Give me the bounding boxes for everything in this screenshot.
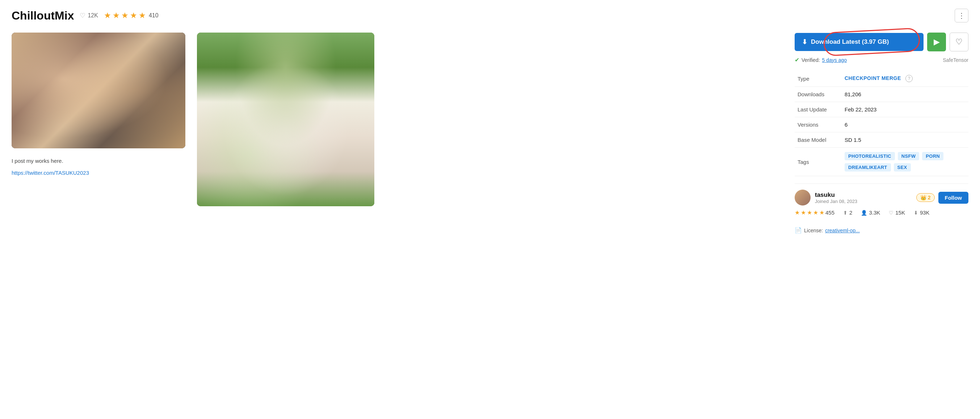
left-panel: I post my works here. https://twitter.co… [11,33,185,176]
tags-row: Tags PHOTOREALISTICNSFWPORNDREAMLIKEARTS… [795,148,969,176]
center-panel [197,33,783,206]
last-update-row: Last Update Feb 22, 2023 [795,102,969,117]
verified-time[interactable]: 5 days ago [822,57,847,63]
followers-icon: 👤 [861,210,867,216]
description-text: I post my works here. [11,157,185,165]
author-star-5: ★ [819,209,824,216]
help-icon[interactable]: ? [905,75,913,82]
base-model-row: Base Model SD 1.5 [795,132,969,148]
star-4: ★ [130,11,137,20]
crown-badge: 👑 2 [916,193,935,202]
wishlist-button[interactable]: ♡ [950,33,969,51]
author-joined: Joined Jan 08, 2023 [815,198,857,204]
author-row: tasuku Joined Jan 08, 2023 👑 2 Follow [795,190,969,206]
tags-cell: PHOTOREALISTICNSFWPORNDREAMLIKEARTSEX [842,148,969,176]
tags-container: PHOTOREALISTICNSFWPORNDREAMLIKEARTSEX [845,152,966,171]
rating-count: 410 [149,12,159,19]
last-update-label: Last Update [795,102,842,117]
avatar-image [795,190,811,206]
downloads-value: 81,206 [842,87,969,102]
tag-badge[interactable]: PORN [922,152,943,160]
right-panel: ⬇ Download Latest (3.97 GB) ▶ ♡ ✔ Verifi… [795,33,969,234]
run-button[interactable]: ▶ [927,33,946,51]
author-star-3: ★ [807,209,812,216]
author-downloads: ⬇ 93K [914,210,930,216]
dl-stat-icon: ⬇ [914,210,918,216]
downloads-row: Downloads 81,206 [795,87,969,102]
star-1: ★ [104,11,111,20]
star-5: ★ [138,11,146,20]
author-rating: ★ ★ ★ ★ ★ 455 [795,209,834,216]
follow-button[interactable]: Follow [939,192,969,204]
author-stats: ★ ★ ★ ★ ★ 455 ⬆ 2 👤 3.3K ♡ 15K [795,209,969,216]
bride-image [197,33,374,206]
heart-icon[interactable]: ♡ [80,11,86,19]
author-likes: ♡ 15K [889,210,905,216]
tag-badge[interactable]: SEX [894,163,911,171]
tag-badge[interactable]: DREAMLIKEART [845,163,891,171]
info-table: Type CHECKPOINT MERGE ? Downloads 81,206… [795,71,969,176]
versions-value: 6 [842,117,969,132]
like-count: 12K [88,12,98,19]
tag-badge[interactable]: PHOTOREALISTIC [845,152,895,160]
verified-left: ✔ Verified: 5 days ago [795,56,847,63]
dl-count: 93K [920,210,930,216]
author-star-4: ★ [813,209,818,216]
last-update-value: Feb 22, 2023 [842,102,969,117]
author-right: 👑 2 Follow [916,192,969,204]
author-info: tasuku Joined Jan 08, 2023 [795,190,857,206]
type-label: Type [795,71,842,87]
thumbnail-image[interactable] [11,33,185,148]
avatar[interactable] [795,190,811,206]
download-button[interactable]: ⬇ Download Latest (3.97 GB) [795,33,924,51]
author-card: tasuku Joined Jan 08, 2023 👑 2 Follow ★ … [795,183,969,222]
more-options-button[interactable]: ⋮ [955,9,969,22]
stars-section: ★ ★ ★ ★ ★ 410 [104,11,159,20]
type-badge[interactable]: CHECKPOINT MERGE [845,75,901,81]
tag-badge[interactable]: NSFW [898,152,919,160]
author-rating-count: 455 [826,210,834,216]
versions-row: Versions 6 [795,117,969,132]
author-followers: 👤 3.3K [861,210,880,216]
type-row: Type CHECKPOINT MERGE ? [795,71,969,87]
likes-count: 15K [895,210,905,216]
download-label: Download Latest (3.97 GB) [811,38,889,46]
base-model-label: Base Model [795,132,842,148]
like-section: ♡ 12K [80,11,98,19]
uploads-count: 2 [849,210,852,216]
verified-icon: ✔ [795,56,799,63]
base-model-value: SD 1.5 [842,132,969,148]
followers-count: 3.3K [869,210,880,216]
main-content: I post my works here. https://twitter.co… [11,33,969,234]
download-row: ⬇ Download Latest (3.97 GB) ▶ ♡ [795,33,969,51]
downloads-label: Downloads [795,87,842,102]
license-row: 📄 License: creativeml-op... [795,227,969,234]
likes-icon: ♡ [889,210,894,216]
license-icon: 📄 [795,227,802,234]
verified-label: Verified: [802,57,820,63]
page-header: ChilloutMix ♡ 12K ★ ★ ★ ★ ★ 410 ⋮ [11,9,969,22]
two-girls-image [11,33,185,148]
author-uploads: ⬆ 2 [843,210,852,216]
upload-icon: ⬆ [843,210,848,216]
safetensor-label: SafeTensor [943,57,969,63]
author-star-1: ★ [795,209,800,216]
type-value: CHECKPOINT MERGE ? [842,71,969,87]
crown-level: 2 [928,195,931,200]
twitter-link[interactable]: https://twitter.com/TASUKU2023 [11,170,89,176]
download-icon: ⬇ [802,38,807,46]
header-left: ChilloutMix ♡ 12K ★ ★ ★ ★ ★ 410 [11,9,159,22]
author-name[interactable]: tasuku [815,191,857,198]
star-2: ★ [113,11,120,20]
versions-label: Versions [795,117,842,132]
author-details: tasuku Joined Jan 08, 2023 [815,191,857,204]
license-link[interactable]: creativeml-op... [825,228,860,233]
crown-icon: 👑 [920,195,926,200]
main-image[interactable] [197,33,374,206]
verified-row: ✔ Verified: 5 days ago SafeTensor [795,56,969,63]
star-3: ★ [121,11,129,20]
tags-label: Tags [795,148,842,176]
license-label: License: [804,228,823,233]
author-star-2: ★ [801,209,806,216]
page-title: ChilloutMix [11,9,74,22]
